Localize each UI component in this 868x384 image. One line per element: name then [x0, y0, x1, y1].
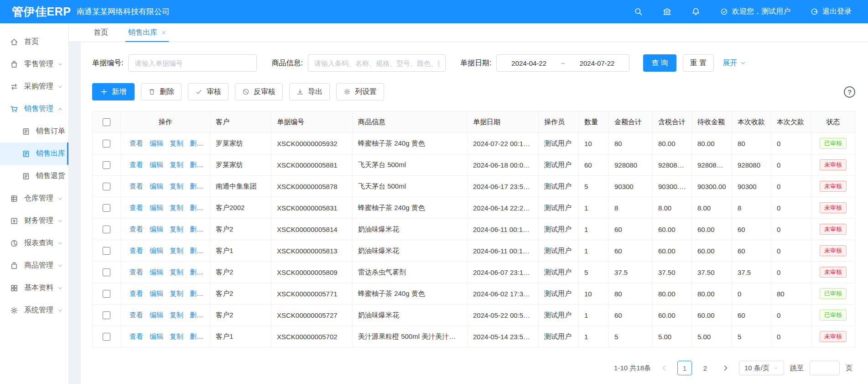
- prev-page-button[interactable]: [657, 361, 671, 375]
- add-button[interactable]: 新增: [92, 83, 135, 100]
- copy-link[interactable]: 复制: [170, 311, 183, 319]
- delete-link[interactable]: 删除: [190, 268, 203, 276]
- product-info-input[interactable]: [308, 54, 446, 72]
- export-button[interactable]: 导出: [289, 83, 330, 100]
- search-icon[interactable]: [634, 7, 643, 16]
- view-link[interactable]: 查看: [130, 268, 143, 276]
- copy-link[interactable]: 复制: [170, 289, 183, 297]
- delete-link[interactable]: 删除: [190, 182, 203, 190]
- delete-link[interactable]: 删除: [190, 289, 203, 297]
- close-icon[interactable]: ×: [161, 29, 166, 37]
- view-link[interactable]: 查看: [130, 161, 143, 168]
- edit-link[interactable]: 编辑: [150, 161, 163, 168]
- cell-bill-date: 2024-06-18 00:01:00: [468, 154, 539, 176]
- reset-button[interactable]: 重 置: [683, 54, 714, 72]
- edit-link[interactable]: 编辑: [150, 247, 163, 254]
- date-end-value[interactable]: 2024-07-22: [580, 59, 615, 67]
- delete-link[interactable]: 删除: [190, 225, 203, 233]
- bell-icon[interactable]: [691, 7, 700, 16]
- delete-link[interactable]: 删除: [190, 311, 203, 319]
- delete-button[interactable]: 删除: [141, 83, 182, 100]
- page-button-2[interactable]: 2: [698, 361, 712, 375]
- edit-link[interactable]: 编辑: [150, 311, 163, 319]
- delete-link[interactable]: 删除: [190, 139, 203, 147]
- row-checkbox[interactable]: [103, 290, 110, 298]
- search-button[interactable]: 查 询: [643, 54, 676, 72]
- edit-link[interactable]: 编辑: [150, 332, 163, 340]
- sidebar-item-sales-outbound[interactable]: 销售出库: [0, 142, 68, 165]
- date-range-picker[interactable]: 2024-04-22 ~ 2024-07-22: [496, 54, 629, 72]
- copy-link[interactable]: 复制: [170, 161, 183, 168]
- edit-link[interactable]: 编辑: [150, 225, 163, 233]
- copy-link[interactable]: 复制: [170, 268, 183, 276]
- copy-link[interactable]: 复制: [170, 247, 183, 254]
- page-button-1[interactable]: 1: [677, 361, 692, 375]
- row-checkbox[interactable]: [103, 183, 110, 190]
- expand-toggle[interactable]: 展开: [722, 58, 746, 68]
- unaudit-button[interactable]: 反审核: [235, 83, 283, 100]
- edit-link[interactable]: 编辑: [150, 268, 163, 276]
- welcome-user[interactable]: 欢迎您，测试用户: [720, 7, 790, 16]
- chevron-down-icon: [57, 285, 63, 291]
- bank-icon[interactable]: [663, 7, 671, 16]
- view-link[interactable]: 查看: [130, 182, 143, 190]
- audit-button-label: 审核: [207, 87, 221, 97]
- row-checkbox[interactable]: [103, 140, 110, 147]
- row-checkbox[interactable]: [103, 311, 110, 319]
- sidebar-item-product-mgmt[interactable]: 商品管理: [0, 254, 68, 277]
- delete-link[interactable]: 删除: [190, 204, 203, 211]
- edit-link[interactable]: 编辑: [150, 139, 163, 147]
- cell-received: 60: [732, 240, 771, 262]
- row-checkbox[interactable]: [103, 204, 110, 212]
- row-checkbox[interactable]: [103, 268, 110, 276]
- cell-status: 未审核: [811, 176, 855, 197]
- cell-operator: 测试用户: [539, 176, 579, 197]
- sidebar-item-retail-mgmt[interactable]: 零售管理: [0, 53, 68, 75]
- copy-link[interactable]: 复制: [170, 225, 183, 233]
- column-settings-button[interactable]: 列设置: [336, 83, 384, 100]
- tab-home[interactable]: 首页: [83, 23, 118, 42]
- edit-link[interactable]: 编辑: [150, 204, 163, 211]
- row-checkbox[interactable]: [103, 226, 110, 233]
- view-link[interactable]: 查看: [130, 332, 143, 340]
- row-checkbox[interactable]: [103, 247, 110, 255]
- page-size-select[interactable]: 10 条/页: [739, 361, 784, 375]
- sidebar-item-sales-order[interactable]: 销售订单: [0, 120, 68, 142]
- sidebar-item-sales-return[interactable]: 销售退货: [0, 165, 68, 187]
- sidebar-item-report-query[interactable]: 报表查询: [0, 232, 68, 254]
- copy-link[interactable]: 复制: [170, 182, 183, 190]
- copy-link[interactable]: 复制: [170, 139, 183, 147]
- row-checkbox[interactable]: [103, 333, 110, 341]
- view-link[interactable]: 查看: [130, 204, 143, 211]
- row-checkbox[interactable]: [103, 161, 110, 169]
- view-link[interactable]: 查看: [130, 289, 143, 297]
- audit-button[interactable]: 审核: [188, 83, 229, 100]
- edit-link[interactable]: 编辑: [150, 289, 163, 297]
- edit-link[interactable]: 编辑: [150, 182, 163, 190]
- copy-link[interactable]: 复制: [170, 204, 183, 211]
- bill-no-input[interactable]: [128, 54, 257, 72]
- logout-button[interactable]: 退出登录: [811, 7, 852, 16]
- sidebar-item-home[interactable]: 首页: [0, 31, 68, 53]
- select-all-checkbox[interactable]: [103, 118, 110, 126]
- sidebar-item-sales-mgmt[interactable]: 销售管理: [0, 98, 68, 120]
- sidebar-item-purchase-mgmt[interactable]: 采购管理: [0, 75, 68, 98]
- view-link[interactable]: 查看: [130, 225, 143, 233]
- sidebar-item-basic-data[interactable]: 基本资料: [0, 277, 68, 299]
- sidebar-item-system-mgmt[interactable]: 系统管理: [0, 299, 68, 321]
- view-link[interactable]: 查看: [130, 311, 143, 319]
- delete-link[interactable]: 删除: [190, 161, 203, 168]
- view-link[interactable]: 查看: [130, 139, 143, 147]
- delete-link[interactable]: 删除: [190, 247, 203, 254]
- sales-outbound-table: 操作客户单据编号商品信息单据日期操作员数量金额合计含税合计待收金额本次收款本次欠…: [92, 111, 855, 347]
- sidebar-item-finance-mgmt[interactable]: 财务管理: [0, 210, 68, 232]
- next-page-button[interactable]: [718, 361, 733, 375]
- copy-link[interactable]: 复制: [170, 332, 183, 340]
- delete-link[interactable]: 删除: [190, 332, 203, 340]
- jump-page-input[interactable]: [810, 361, 840, 375]
- help-icon[interactable]: ?: [844, 86, 855, 98]
- view-link[interactable]: 查看: [130, 247, 143, 254]
- sidebar-item-warehouse-mgmt[interactable]: 仓库管理: [0, 187, 68, 210]
- tab-sales-outbound[interactable]: 销售出库 ×: [118, 23, 176, 42]
- date-start-value[interactable]: 2024-04-22: [511, 59, 546, 67]
